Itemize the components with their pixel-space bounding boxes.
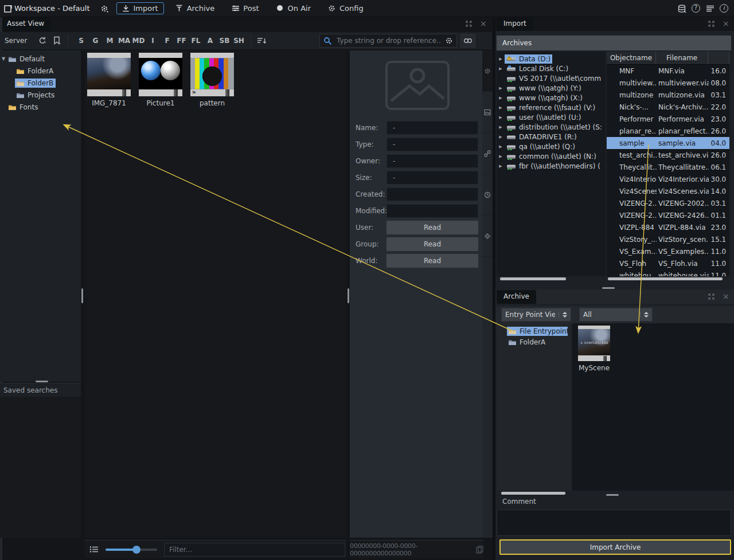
tab-import[interactable]: Import xyxy=(497,17,533,31)
tree-item-default[interactable]: ▼Default xyxy=(0,53,81,65)
type-filter-i[interactable]: I xyxy=(146,37,160,45)
table-row-vizeng-2-[interactable]: VIZENG-2...VIZENG-2002...03.1 xyxy=(607,197,729,209)
drive-item[interactable]: ▶fbr (\\autlet\homedirs) ( xyxy=(497,161,606,171)
table-row-viz4scenes[interactable]: Viz4ScenesViz4Scenes.via14.0 xyxy=(607,185,729,197)
prop-modified-field[interactable] xyxy=(386,204,478,218)
side-tab-gear-icon[interactable] xyxy=(482,50,493,92)
column-header-date[interactable] xyxy=(708,52,729,64)
close-icon[interactable]: × xyxy=(723,20,729,27)
table-row-test-archi-[interactable]: test_archi...test_archive.via26.0 xyxy=(607,149,729,161)
type-filter-ff[interactable]: FF xyxy=(174,37,189,45)
close-icon[interactable]: × xyxy=(480,20,487,27)
type-filter-a[interactable]: A xyxy=(203,37,217,45)
type-filter-ma[interactable]: MA xyxy=(117,37,131,45)
column-header-objectname[interactable]: Objectname xyxy=(607,52,656,64)
nav-archive-button[interactable]: Archive xyxy=(170,2,221,14)
table-row-theycallit-[interactable]: Theycallit...Theycallitatre...06.1 xyxy=(607,161,729,173)
maximize-icon[interactable] xyxy=(708,293,715,300)
type-filter-sh[interactable]: SH xyxy=(232,37,246,45)
list-view-icon[interactable] xyxy=(89,546,99,553)
database-icon[interactable] xyxy=(678,5,686,13)
log-icon[interactable] xyxy=(706,5,714,13)
maximize-icon[interactable] xyxy=(708,21,715,27)
type-filter-dropdown[interactable]: All xyxy=(579,308,653,322)
archive-tree-item-foldera[interactable]: FolderA xyxy=(497,336,571,347)
tab-archive[interactable]: Archive xyxy=(497,290,536,304)
table-row-planar-re-[interactable]: planar_re...planar_reflect...26.0 xyxy=(607,125,729,137)
type-filter-m[interactable]: M xyxy=(103,37,117,45)
copy-icon[interactable] xyxy=(476,546,483,554)
sort-icon[interactable] xyxy=(257,37,267,45)
tree-caret-icon[interactable]: ▶ xyxy=(497,164,505,169)
drive-item[interactable]: ▶common (\\autlet) (N:) xyxy=(497,151,606,161)
splitter-handle[interactable] xyxy=(348,288,349,303)
filter-input[interactable] xyxy=(164,543,345,557)
side-tab-links-icon[interactable] xyxy=(482,133,493,174)
search-input[interactable] xyxy=(335,36,442,45)
help-icon[interactable]: ? xyxy=(692,4,700,13)
tab-asset-view[interactable]: Asset View xyxy=(0,17,51,31)
table-row-sample[interactable]: samplesample.via04.0 xyxy=(607,137,729,149)
table-row-multizone[interactable]: multizonemultizone.via03.1 xyxy=(607,89,729,101)
type-filter-f[interactable]: F xyxy=(160,37,174,45)
nav-import-button[interactable]: Import xyxy=(116,2,164,14)
thumbnail-size-slider[interactable] xyxy=(106,549,157,551)
tree-caret-icon[interactable]: ▶ xyxy=(497,115,505,120)
table-row-nick-s-[interactable]: Nick's-...Nick's-Archiv...22.0 xyxy=(607,101,729,113)
table-row-whitehou-[interactable]: whitehou...whitehouse.via11.0 xyxy=(607,269,729,276)
splitter-handle[interactable] xyxy=(36,381,48,382)
drive-item[interactable]: ▶www (\\qatgh) (Y:) xyxy=(497,83,606,93)
tree-caret-icon[interactable]: ▶ xyxy=(497,135,505,139)
type-filter-fl[interactable]: FL xyxy=(189,37,203,45)
server-bookmark-icon[interactable] xyxy=(53,36,62,45)
archive-tree-hscrollbar[interactable] xyxy=(501,492,565,495)
prop-type-field[interactable]: - xyxy=(386,138,478,151)
tree-item-fonts[interactable]: Fonts xyxy=(0,101,81,113)
type-filter-s[interactable]: S xyxy=(74,37,88,45)
detail-search-icon[interactable] xyxy=(460,34,475,48)
drive-item[interactable]: VS 2017 (\\autlet\comm xyxy=(497,73,606,83)
asset-thumbnail-picture1[interactable]: Picture1 xyxy=(139,53,182,107)
nav-onair-button[interactable]: On Air xyxy=(271,2,317,14)
tree-caret-icon[interactable]: ▶ xyxy=(497,96,505,100)
workspace-label[interactable]: Workspace - Default xyxy=(14,4,90,13)
tree-caret-icon[interactable]: ▼ xyxy=(0,56,7,61)
tree-caret-icon[interactable]: ▶ xyxy=(497,154,505,159)
tree-caret-icon[interactable]: ▶ xyxy=(497,86,505,91)
close-icon[interactable]: × xyxy=(723,293,729,300)
entry-point-view-dropdown[interactable]: Entry Point View xyxy=(501,308,571,322)
prop-user-permission-button[interactable]: Read xyxy=(386,221,478,234)
type-filter-md[interactable]: MD xyxy=(131,37,146,45)
splitter-handle[interactable] xyxy=(606,494,619,496)
maximize-icon[interactable] xyxy=(466,21,472,27)
table-row-vizstory-[interactable]: VizStory_...VizStory_scen...15.1 xyxy=(607,233,729,245)
table-row-vs-exam-[interactable]: VS_Exam...VS_Examples....11.0 xyxy=(607,245,729,257)
column-header-filename[interactable]: Filename xyxy=(656,52,708,64)
asset-thumbnail-pattern[interactable]: ⚑pattern xyxy=(190,53,234,107)
prop-created-field[interactable] xyxy=(386,187,478,201)
drive-item[interactable]: ▶www (\\qatgh) (X:) xyxy=(497,93,606,103)
drive-item[interactable]: ▶Local Disk (C:) xyxy=(497,64,606,73)
archive-tree-item-file-entrypoint[interactable]: File Entrypoint xyxy=(497,326,571,336)
side-tab-image-icon[interactable] xyxy=(482,92,493,133)
side-tab-keywords-icon[interactable] xyxy=(482,216,493,257)
drive-item[interactable]: ▶DATADRIVE1 (R:) xyxy=(497,132,606,142)
tree-caret-icon[interactable]: ▶ xyxy=(497,57,505,61)
search-settings-gear-icon[interactable] xyxy=(445,37,453,45)
drive-item[interactable]: ▶user (\\autlet) (U:) xyxy=(497,112,606,122)
drive-item[interactable]: ▶distribution (\\autlet) (S: xyxy=(497,122,606,132)
table-row-performer[interactable]: PerformerPerformer.via23.0 xyxy=(607,113,729,125)
table-row-vizeng-2-[interactable]: VIZENG-2...VIZENG-2426...01.1 xyxy=(607,209,729,221)
tree-caret-icon[interactable]: ▶ xyxy=(497,144,505,149)
prop-owner-field[interactable]: - xyxy=(386,154,478,168)
tree-caret-icon[interactable]: ▶ xyxy=(497,125,505,130)
comment-input[interactable] xyxy=(497,510,731,536)
drive-item[interactable]: ▶qa (\\autlet) (Q:) xyxy=(497,142,606,151)
splitter-handle[interactable] xyxy=(81,288,83,303)
tree-item-foldera[interactable]: FolderA xyxy=(0,65,81,77)
saved-searches-panel[interactable] xyxy=(0,397,81,538)
drive-tree-hscrollbar[interactable] xyxy=(500,277,566,280)
tree-item-projects[interactable]: Projects xyxy=(0,89,81,101)
side-tab-history-icon[interactable] xyxy=(482,174,493,216)
table-row-mnf[interactable]: MNFMNF.via16.0 xyxy=(607,65,729,77)
